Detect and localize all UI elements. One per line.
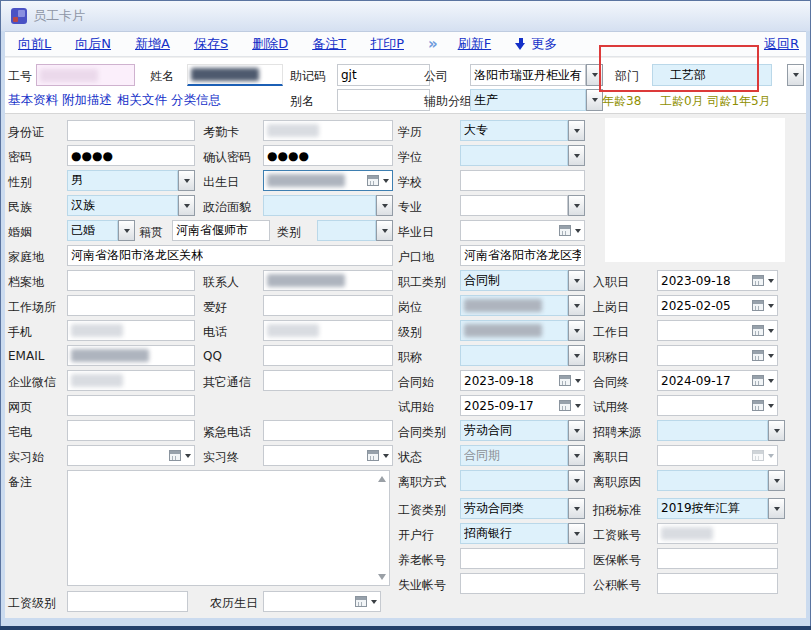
marriage-select[interactable]: 已婚 (67, 220, 118, 241)
password2-input[interactable]: ●●●● (263, 145, 393, 166)
aux-group-dropdown-button[interactable] (586, 89, 603, 111)
grad_date-date-picker[interactable] (460, 220, 585, 241)
contract_type-dropdown-button[interactable] (568, 420, 585, 441)
degree-select[interactable] (460, 145, 568, 166)
delete-button[interactable]: 删除D (252, 35, 288, 53)
politics-select[interactable] (263, 195, 376, 216)
gender-dropdown-button[interactable] (178, 170, 195, 191)
salary_type-select[interactable]: 劳动合同类 (460, 498, 568, 519)
home_phone-input[interactable] (67, 420, 195, 441)
category-select[interactable] (317, 220, 376, 241)
back-button[interactable]: 返回R (764, 35, 799, 53)
name-input[interactable] (187, 64, 283, 86)
probation_end-date-picker[interactable] (657, 395, 778, 416)
refresh-button[interactable]: 刷新F (458, 35, 491, 53)
contract_end-date-picker[interactable]: 2024-09-17 (657, 370, 778, 391)
title-dropdown-button[interactable] (568, 345, 585, 366)
gender-select[interactable]: 男 (67, 170, 178, 191)
degree-dropdown-button[interactable] (568, 145, 585, 166)
phone-input[interactable] (263, 320, 393, 341)
tab-related-files[interactable]: 相关文件 (117, 92, 167, 109)
recruit_source-select[interactable] (657, 420, 768, 441)
tab-extra-description[interactable]: 附加描述 (62, 92, 112, 109)
recruit_source-dropdown-button[interactable] (768, 420, 785, 441)
expand-button[interactable]: » (428, 35, 438, 53)
leave_reason-dropdown-button[interactable] (768, 470, 785, 491)
tax_standard-select[interactable]: 2019按年汇算 (657, 498, 768, 519)
contract_start-date-picker[interactable]: 2023-09-18 (460, 370, 585, 391)
level-select[interactable] (460, 320, 568, 341)
tax_standard-dropdown-button[interactable] (768, 498, 785, 519)
salary_acct-input[interactable] (657, 523, 778, 544)
password-input[interactable]: ●●●● (67, 145, 195, 166)
ethnicity-dropdown-button[interactable] (178, 195, 195, 216)
scroll-down-icon[interactable] (378, 574, 386, 580)
backward-button[interactable]: 向后N (75, 35, 111, 53)
wecom-input[interactable] (67, 370, 195, 391)
major-dropdown-button[interactable] (568, 195, 585, 216)
bank-select[interactable]: 招商银行 (460, 523, 568, 544)
marriage-dropdown-button[interactable] (118, 220, 135, 241)
emp_type-select[interactable]: 合同制 (460, 270, 568, 291)
leave_method-select[interactable] (460, 470, 568, 491)
work_date-date-picker[interactable] (657, 320, 778, 341)
leave_method-dropdown-button[interactable] (568, 470, 585, 491)
hobby-input[interactable] (263, 295, 393, 316)
lunar_birthday-date-picker[interactable] (263, 591, 381, 612)
note-button[interactable]: 备注T (312, 35, 346, 53)
medical_acct-input[interactable] (657, 548, 778, 569)
intern_end-date-picker[interactable] (263, 445, 393, 466)
id_card-input[interactable] (67, 120, 195, 141)
company-dropdown-button[interactable] (586, 64, 603, 86)
school-input[interactable] (460, 170, 585, 191)
title-select[interactable] (460, 345, 568, 366)
bank-dropdown-button[interactable] (568, 523, 585, 544)
attend_card-input[interactable] (263, 120, 393, 141)
workplace-input[interactable] (67, 295, 195, 316)
politics-dropdown-button[interactable] (376, 195, 393, 216)
mobile-input[interactable] (67, 320, 195, 341)
level-dropdown-button[interactable] (568, 320, 585, 341)
major-select[interactable] (460, 195, 568, 216)
pension_acct-input[interactable] (460, 548, 585, 569)
post-select[interactable] (460, 295, 568, 316)
tab-classification[interactable]: 分类信息 (171, 92, 221, 109)
qq-input[interactable] (263, 345, 393, 366)
category-dropdown-button[interactable] (376, 220, 393, 241)
department-select[interactable]: 工艺部 (652, 64, 772, 86)
home_addr-input[interactable]: 河南省洛阳市洛龙区关林 (67, 245, 393, 266)
unemploy_acct-input[interactable] (460, 573, 585, 594)
native_place-input[interactable]: 河南省偃师市 (172, 220, 270, 241)
onboard_date-date-picker[interactable]: 2025-02-05 (657, 295, 778, 316)
probation_start-date-picker[interactable]: 2025-09-17 (460, 395, 585, 416)
salary_grade-input[interactable] (67, 591, 188, 612)
email-input[interactable] (67, 345, 195, 366)
status-select[interactable]: 合同期 (460, 445, 568, 466)
contract_type-select[interactable]: 劳动合同 (460, 420, 568, 441)
household_addr-input[interactable]: 河南省洛阳市洛龙区李 (460, 245, 585, 266)
education-select[interactable]: 大专 (460, 120, 568, 141)
hire_date-date-picker[interactable]: 2023-09-18 (657, 270, 778, 291)
save-button[interactable]: 保存S (194, 35, 228, 53)
leave_date-date-picker[interactable] (657, 445, 778, 466)
forward-button[interactable]: 向前L (18, 35, 51, 53)
aux-group-select[interactable]: 生产 (470, 89, 586, 111)
title_date-date-picker[interactable] (657, 345, 778, 366)
emergency-input[interactable] (263, 420, 393, 441)
new-button[interactable]: 新增A (135, 35, 170, 53)
company-select[interactable]: 洛阳市瑞亚丹柜业有 (470, 64, 586, 86)
education-dropdown-button[interactable] (568, 120, 585, 141)
webpage-input[interactable] (67, 395, 195, 416)
birth_date-date-picker[interactable] (263, 170, 393, 191)
more-button[interactable]: 更多 (515, 35, 557, 53)
contact-input[interactable] (263, 270, 393, 291)
other_im-input[interactable] (263, 370, 393, 391)
ethnicity-select[interactable]: 汉族 (67, 195, 178, 216)
post-dropdown-button[interactable] (568, 295, 585, 316)
notes-textarea[interactable] (67, 470, 390, 586)
status-dropdown-button[interactable] (568, 445, 585, 466)
scroll-up-icon[interactable] (378, 476, 386, 482)
salary_type-dropdown-button[interactable] (568, 498, 585, 519)
print-button[interactable]: 打印P (370, 35, 404, 53)
emp-no-input[interactable] (36, 64, 135, 86)
